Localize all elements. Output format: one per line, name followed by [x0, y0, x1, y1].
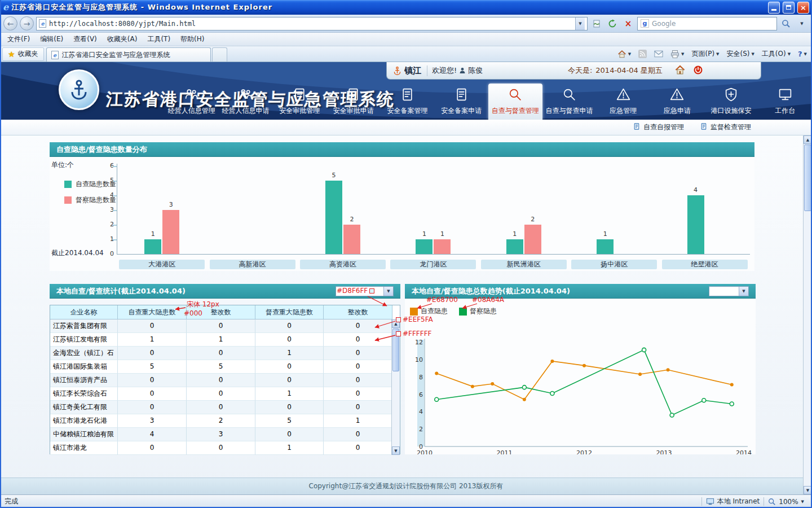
menu-item[interactable]: 查看(V): [68, 33, 102, 46]
submenu-item[interactable]: 自查自报管理: [633, 122, 684, 132]
restore-button[interactable]: [783, 2, 795, 14]
page-scrollbar[interactable]: ▲ ▼: [803, 135, 812, 494]
table-row[interactable]: 江苏索普集团有限0000: [50, 319, 400, 333]
nav-item-1[interactable]: 经营人信息管理: [165, 84, 219, 120]
table-row[interactable]: 江苏镇江发电有限1100: [50, 333, 400, 347]
nav-item-4[interactable]: 安全审批申请: [326, 84, 381, 120]
address-toolbar: ← → e http://localhost:8080/yjpt/Main.ht…: [0, 15, 812, 33]
help-button[interactable]: ? ▼: [795, 47, 810, 61]
scrollbar-track[interactable]: [804, 144, 812, 486]
scroll-down-button[interactable]: ▼: [392, 446, 400, 455]
table-row[interactable]: 镇江市港龙0010: [50, 441, 400, 455]
anchor-icon: [68, 78, 90, 101]
nav-item-12[interactable]: 工作台: [758, 84, 812, 120]
supervise-bar: [524, 225, 541, 254]
logout-button[interactable]: [693, 65, 703, 77]
home-shortcut-button[interactable]: [675, 65, 685, 77]
nav-item-5[interactable]: 安全备案管理: [381, 84, 435, 120]
nav-item-3[interactable]: 安全审批管理: [272, 84, 326, 120]
scrollbar-thumb[interactable]: [804, 144, 811, 211]
scroll-down-button[interactable]: ▼: [804, 486, 812, 494]
company-name-cell: 镇江港国际集装箱: [50, 360, 118, 374]
table-row[interactable]: 镇江恒泰沥青产品0000: [50, 374, 400, 387]
safety-menu-button[interactable]: 安全(S) ▼: [723, 47, 757, 61]
nav-item-7[interactable]: 自查与督查管理: [488, 84, 542, 120]
scrollbar-track[interactable]: [392, 328, 400, 446]
search-input[interactable]: Google: [652, 20, 774, 28]
table-row[interactable]: 中储粮镇江粮油有限4300: [50, 428, 400, 441]
compatibility-view-button[interactable]: [590, 17, 603, 30]
scroll-up-button[interactable]: ▲: [804, 135, 812, 144]
y-tick-label: 3: [103, 206, 114, 213]
read-mail-button[interactable]: [651, 47, 666, 61]
address-bar[interactable]: e http://localhost:8080/yjpt/Main.html ▼: [36, 17, 588, 30]
google-icon: g: [641, 19, 649, 28]
nav-item-label: 经营人信息管理: [168, 106, 215, 116]
menu-item[interactable]: 帮助(H): [175, 33, 209, 46]
nav-item-10[interactable]: 应急申请: [650, 84, 704, 120]
value-cell: 0: [118, 401, 187, 414]
refresh-button[interactable]: [606, 17, 619, 30]
svg-text:2012: 2012: [576, 449, 592, 454]
value-cell: 1: [255, 441, 324, 455]
value-cell: 1: [324, 414, 392, 428]
tools-menu-button[interactable]: 工具(O) ▼: [759, 47, 793, 61]
search-button[interactable]: [779, 17, 793, 30]
nav-item-6[interactable]: 安全备案申请: [434, 84, 488, 120]
y-tick-label: 1: [103, 235, 114, 243]
table-row[interactable]: 金海宏业（镇江）石0010: [50, 347, 400, 360]
annotation-text: #EEF5FA: [403, 316, 433, 323]
chevron-down-icon: ▼: [801, 500, 804, 504]
back-button[interactable]: ←: [3, 16, 17, 30]
zoom-control[interactable]: 100% ▼: [768, 498, 804, 506]
forward-button[interactable]: →: [20, 16, 34, 30]
value-cell: 1: [118, 333, 187, 347]
document-icon: [633, 122, 641, 132]
command-bar: ▼ ▼ 页面(P) ▼ 安全(S) ▼ 工具(O) ▼: [615, 47, 810, 61]
bar-chart: 单位:个 自查隐患数量督察隐患数量 截止2014.04.04 0123456大港…: [50, 157, 754, 271]
new-tab-button[interactable]: [212, 47, 227, 62]
chevron-down-icon[interactable]: ▼: [383, 287, 393, 296]
bar-value-label: 1: [506, 230, 523, 238]
safety-menu-label: 安全(S): [726, 49, 749, 59]
table-row[interactable]: 镇江港国际集装箱5500: [50, 360, 400, 374]
menu-item[interactable]: 工具(T): [142, 33, 175, 46]
users-icon: [238, 87, 253, 104]
close-button[interactable]: ×: [797, 2, 809, 14]
nav-item-11[interactable]: 港口设施保安: [704, 84, 758, 120]
tab-main[interactable]: e 江苏省港口安全监管与应急管理系统: [46, 47, 211, 62]
search-box[interactable]: g Google: [637, 17, 777, 30]
page-menu-button[interactable]: 页面(P) ▼: [689, 47, 722, 61]
table-scrollbar[interactable]: ▲ ▼: [391, 319, 400, 455]
table-row[interactable]: 镇江市港龙石化港3251: [50, 414, 400, 428]
nav-item-9[interactable]: 应急管理: [596, 84, 650, 120]
value-cell: 1: [255, 387, 324, 401]
nav-item-2[interactable]: 经营人信息申请: [219, 84, 273, 120]
submenu-item[interactable]: 监督检查管理: [700, 122, 751, 132]
home-icon: [675, 65, 685, 75]
feeds-button[interactable]: [636, 47, 650, 61]
bar-value-label: 1: [144, 230, 161, 238]
menu-item[interactable]: 文件(F): [2, 33, 35, 46]
menu-item[interactable]: 编辑(E): [35, 33, 68, 46]
table-row[interactable]: 镇江奇美化工有限0000: [50, 401, 400, 414]
nav-item-label: 应急申请: [664, 106, 691, 116]
nav-item-8[interactable]: 自查与督查申请: [542, 84, 597, 120]
print-button[interactable]: ▼: [668, 47, 687, 61]
minimize-button[interactable]: [768, 2, 780, 14]
value-cell: 0: [118, 374, 187, 387]
search-dropdown-button[interactable]: ▼: [795, 17, 809, 30]
table-row[interactable]: 镇江李长荣综合石0010: [50, 387, 400, 401]
address-dropdown-button[interactable]: ▼: [575, 17, 585, 30]
menu-item[interactable]: 收藏夹(A): [102, 33, 143, 46]
value-cell: 2: [187, 414, 255, 428]
document-icon: [346, 87, 361, 104]
value-cell: 0: [255, 319, 324, 333]
home-button[interactable]: ▼: [615, 47, 634, 61]
y-tick-mark: [113, 166, 117, 167]
value-cell: 0: [324, 374, 392, 387]
compatibility-icon: [592, 19, 601, 28]
status-text: 完成: [5, 497, 18, 506]
stop-button[interactable]: ×: [621, 17, 635, 30]
favorites-button[interactable]: ★ 收藏夹: [2, 47, 44, 61]
